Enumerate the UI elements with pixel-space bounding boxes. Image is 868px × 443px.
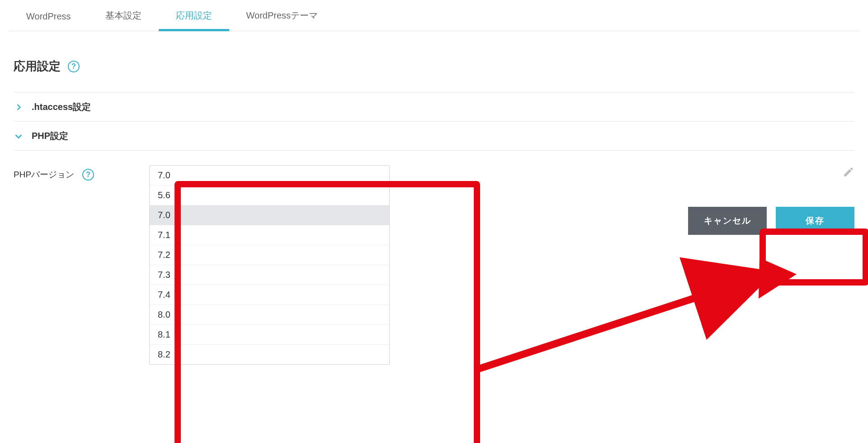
accordion-htaccess[interactable]: .htaccess設定 bbox=[14, 92, 854, 122]
php-version-select[interactable]: 7.0 5.6 7.0 7.1 7.2 7.3 7.4 8.0 8.1 8.2 bbox=[149, 165, 390, 365]
php-version-option[interactable]: 7.3 bbox=[150, 265, 389, 285]
php-version-option[interactable]: 8.1 bbox=[150, 324, 389, 344]
page-title-row: 応用設定 ? bbox=[14, 58, 854, 74]
chevron-right-icon bbox=[14, 102, 24, 112]
php-version-option[interactable]: 7.2 bbox=[150, 245, 389, 265]
pencil-icon[interactable] bbox=[843, 171, 854, 179]
accordion-php-label: PHP設定 bbox=[32, 130, 68, 142]
php-version-label: PHPバージョン bbox=[14, 169, 74, 181]
accordion-htaccess-label: .htaccess設定 bbox=[32, 101, 91, 113]
php-version-option[interactable]: 8.2 bbox=[150, 344, 389, 364]
php-version-options: 7.0 5.6 7.0 7.1 7.2 7.3 7.4 8.0 8.1 8.2 bbox=[149, 165, 390, 365]
tab-advanced-settings[interactable]: 応用設定 bbox=[159, 0, 229, 31]
help-icon[interactable]: ? bbox=[82, 169, 94, 181]
php-version-option[interactable]: 7.0 bbox=[150, 205, 389, 225]
tab-basic-settings[interactable]: 基本設定 bbox=[88, 0, 159, 31]
tab-wordpress[interactable]: WordPress bbox=[9, 0, 88, 31]
actions: キャンセル 保存 bbox=[688, 207, 854, 235]
accordion-php[interactable]: PHP設定 bbox=[14, 122, 854, 151]
tabs: WordPress 基本設定 応用設定 WordPressテーマ bbox=[9, 0, 859, 31]
tab-wordpress-theme[interactable]: WordPressテーマ bbox=[229, 0, 335, 31]
save-button[interactable]: 保存 bbox=[776, 207, 854, 235]
php-version-option[interactable]: 7.0 bbox=[150, 166, 389, 185]
cancel-button[interactable]: キャンセル bbox=[688, 207, 767, 235]
php-version-option[interactable]: 7.1 bbox=[150, 225, 389, 245]
php-version-option[interactable]: 5.6 bbox=[150, 185, 389, 205]
chevron-down-icon bbox=[14, 131, 24, 141]
php-version-row: PHPバージョン ? 7.0 5.6 7.0 7.1 7.2 7.3 7.4 8… bbox=[14, 151, 854, 365]
php-version-option[interactable]: 8.0 bbox=[150, 305, 389, 324]
page-title: 応用設定 bbox=[14, 58, 61, 74]
help-icon[interactable]: ? bbox=[68, 61, 80, 72]
php-version-option[interactable]: 7.4 bbox=[150, 285, 389, 305]
